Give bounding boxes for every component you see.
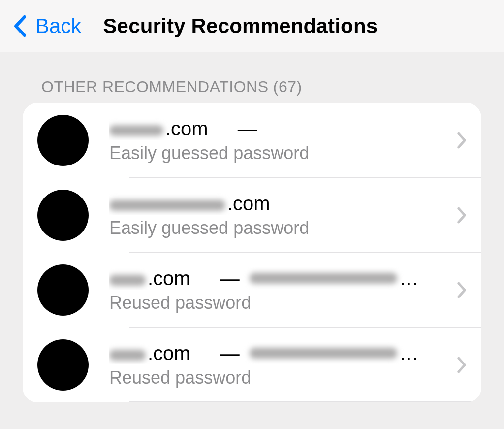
chevron-right-icon xyxy=(457,207,467,224)
domain-suffix: .com xyxy=(148,342,190,364)
chevron-left-icon xyxy=(14,15,27,37)
back-button[interactable]: Back xyxy=(12,14,81,38)
chevron-right-icon xyxy=(457,132,467,149)
recommendation-row[interactable]: .com — … Reused password xyxy=(23,253,481,327)
row-title: .com xyxy=(109,193,449,215)
domain-redacted xyxy=(109,125,163,136)
domain-suffix: .com xyxy=(227,193,270,215)
chevron-right-icon xyxy=(457,282,467,298)
nav-bar: Back Security Recommendations xyxy=(0,0,504,52)
title-dash: — xyxy=(220,267,240,290)
domain-suffix: .com xyxy=(165,118,208,140)
domain-suffix: .com xyxy=(148,267,190,290)
row-subtitle: Reused password xyxy=(109,367,449,388)
row-subtitle: Reused password xyxy=(109,293,449,313)
back-label: Back xyxy=(35,14,81,38)
domain-redacted xyxy=(109,350,146,361)
recommendation-row[interactable]: .com — … Reused password xyxy=(23,328,481,401)
row-separator xyxy=(129,401,481,402)
title-ellipsis: … xyxy=(399,342,419,364)
site-avatar xyxy=(37,339,89,391)
site-avatar xyxy=(37,264,89,316)
title-ellipsis: … xyxy=(399,267,419,290)
row-text: .com — … Reused password xyxy=(109,342,449,388)
row-text: .com Easily guessed password xyxy=(109,193,449,238)
account-redacted xyxy=(250,273,397,284)
title-dash: — xyxy=(220,342,240,364)
row-title: .com — … xyxy=(109,267,449,290)
row-text: .com — Easily guessed password xyxy=(109,118,449,164)
site-avatar xyxy=(37,190,89,241)
row-title: .com — … xyxy=(109,342,449,364)
account-redacted xyxy=(250,348,397,359)
domain-redacted xyxy=(109,275,146,286)
chevron-right-icon xyxy=(457,357,467,373)
recommendation-row[interactable]: .com Easily guessed password xyxy=(23,178,481,252)
row-subtitle: Easily guessed password xyxy=(109,218,449,238)
title-dash: — xyxy=(238,118,257,140)
page-title: Security Recommendations xyxy=(103,14,378,38)
site-avatar xyxy=(37,115,89,166)
section-header: OTHER RECOMMENDATIONS (67) xyxy=(41,78,504,96)
row-subtitle: Easily guessed password xyxy=(109,143,449,164)
row-text: .com — … Reused password xyxy=(109,267,449,313)
row-title: .com — xyxy=(109,118,449,140)
recommendation-row[interactable]: .com — Easily guessed password xyxy=(23,103,481,177)
domain-redacted xyxy=(109,200,225,211)
recommendations-list: .com — Easily guessed password .com Easi… xyxy=(23,103,481,402)
